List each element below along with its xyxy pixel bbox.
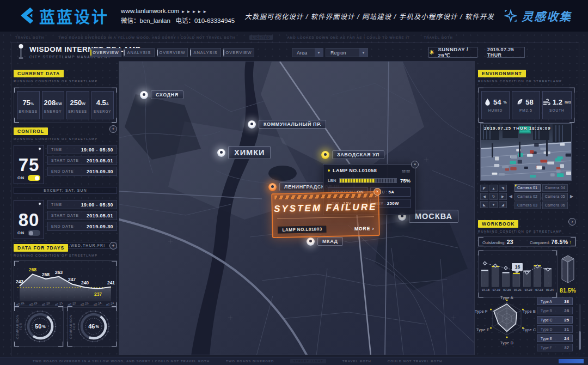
- env-card-wind: 1.2m/s SOUTH: [542, 91, 572, 119]
- type-row-d[interactable]: Type D31: [537, 325, 573, 333]
- region-select[interactable]: Region ▼: [326, 48, 368, 57]
- x-tick: 07.22: [525, 288, 532, 291]
- right-scrollbar[interactable]: [579, 304, 581, 350]
- wind-icon: [543, 99, 550, 106]
- more-button[interactable]: MORE ›: [354, 226, 375, 232]
- reset-view-button[interactable]: ↻: [489, 193, 498, 200]
- line-chart-svg: 243268258263247240237241: [14, 262, 117, 303]
- add-schedule-button[interactable]: +: [109, 125, 117, 133]
- map-pin-mkad[interactable]: МКАД: [307, 237, 343, 246]
- map-pin-skhodnya[interactable]: СХОДНЯ: [140, 90, 183, 99]
- tab-overview-2[interactable]: OVERVIEW: [157, 48, 188, 57]
- camera-06-button[interactable]: Camera 06: [542, 202, 568, 209]
- panel-current-data: CURRENT DATA RUNNING CONDITION OF STREET…: [14, 68, 117, 123]
- schedule-row-end[interactable]: END DATE 2019.09.30: [47, 167, 117, 176]
- close-icon[interactable]: ×: [411, 161, 419, 168]
- map-pin-kommunalny[interactable]: КОММУНАЛЬНЫЙ ПР.: [248, 120, 326, 129]
- divider: [277, 216, 374, 219]
- svg-text:268: 268: [29, 267, 36, 272]
- deco-text: TRAVEL BOTH: [342, 360, 371, 363]
- camera-03-button[interactable]: Camera 03: [514, 202, 541, 209]
- row-value: 2019.09.30: [87, 224, 113, 229]
- tab-analysis-1[interactable]: ANALYSIS: [124, 48, 155, 57]
- pan-down-button[interactable]: ▼: [489, 201, 498, 208]
- website-link[interactable]: www.lanlanwork.com: [121, 8, 179, 14]
- inspiration-collect[interactable]: 灵感收集: [504, 8, 572, 24]
- gauge-row: COMPARISON FOR 50% COMPARISON FOR 46%: [14, 306, 117, 347]
- lamp-pin-icon: [140, 91, 148, 99]
- system-failure-popup: × SYSTEM FAILURE LAMP NO.L01803 MORE ›: [271, 191, 380, 238]
- main-tabs: OVERVIEW ANALYSIS OVERVIEW ANALYSIS OVER…: [90, 48, 254, 57]
- bulb-icon: [39, 148, 41, 150]
- power-toggle[interactable]: [28, 175, 40, 181]
- area-select[interactable]: Area ▼: [292, 48, 323, 57]
- power-toggle[interactable]: [28, 230, 40, 236]
- schedule-row-start[interactable]: START DATE 2019.05.01: [47, 211, 117, 220]
- collect-label: 灵感收集: [522, 8, 572, 24]
- panel-workbook: WORKBOOK › RUNNING CONDITION OF STREETLA…: [478, 218, 576, 298]
- camera-02-button[interactable]: Camera 02: [514, 193, 541, 200]
- brightness-box[interactable]: 75 ON: [14, 145, 44, 184]
- type-row-c[interactable]: Type C25: [537, 316, 573, 324]
- stat-value: 208: [44, 99, 56, 107]
- tab-overview-3[interactable]: OVERVIEW: [223, 48, 254, 57]
- deco-text: TWO ROADS DIVERGED: [226, 360, 274, 363]
- cube-icon: [560, 253, 576, 285]
- workbook-next-button[interactable]: ›: [568, 218, 576, 226]
- camera-list-prev-icon[interactable]: ◀: [509, 194, 513, 199]
- pan-up-button[interactable]: ▲: [489, 185, 498, 192]
- chevron-down-icon: ▼: [359, 48, 367, 57]
- schedule-row-start[interactable]: START DATE 2019.05.01: [47, 156, 117, 165]
- sliders-icon[interactable]: ⚍⚍: [402, 168, 411, 173]
- stat-card-ampere: 4.5A ENERGY: [91, 91, 114, 119]
- schedule-row-end[interactable]: END DATE 2019.09.30: [47, 222, 117, 231]
- deco-row-top: TRAVEL BOTH TWO ROADS DIVERGED IN A YELL…: [15, 35, 573, 40]
- gauge-unit: %: [96, 325, 99, 328]
- services-text: 大数据可视化设计 / 软件界面设计 / 网站建设 / 手机及小程序设计 / 软件…: [243, 11, 495, 21]
- deco-chip: STREET LIGHT: [290, 359, 326, 363]
- type-row-b[interactable]: Type B28: [537, 307, 573, 314]
- x-tick: 07.19: [493, 288, 500, 291]
- radar-section: Type A Type B Type C Type D Type E Type …: [478, 292, 576, 358]
- map-pin-zavodskaya[interactable]: ЗАВОДСКАЯ УЛ: [321, 150, 384, 159]
- env-label: HUMID: [488, 108, 503, 112]
- stat-unit: A: [106, 102, 109, 106]
- panel-subtitle: RUNNING CONDITION OF STREETLAMP: [14, 254, 117, 257]
- pan-right-button[interactable]: ▶: [499, 193, 507, 200]
- schedule-row-time[interactable]: TIME 19:00 - 05:30: [47, 200, 117, 209]
- tab-analysis-2[interactable]: ANALYSIS: [190, 48, 221, 57]
- type-row-a[interactable]: Type A36: [537, 297, 573, 305]
- on-label: ON: [17, 230, 24, 235]
- row-value: 19:00 - 05:30: [81, 147, 113, 153]
- lbn-bar[interactable]: [339, 178, 397, 183]
- panel-subtitle: RUNNING CONDITION OF STREETLAMP: [14, 137, 117, 141]
- brand-logo[interactable]: 蓝蓝设计: [16, 4, 109, 27]
- schedule-row-time[interactable]: TIME 19:00 - 05:30: [47, 145, 117, 154]
- stat-card-energy-kw: 208KW ENERGY: [42, 91, 65, 119]
- map-pin-khimki[interactable]: ХИМКИ: [217, 146, 271, 159]
- brightness-box[interactable]: 80 ON: [14, 200, 44, 239]
- camera-list-next-icon[interactable]: ▶: [569, 194, 574, 199]
- camera-01-button[interactable]: Camera 01: [514, 184, 541, 192]
- pan-down-right-button[interactable]: ◢: [499, 201, 507, 208]
- type-row-e[interactable]: Type E24: [537, 334, 573, 342]
- pan-down-left-button[interactable]: ◣: [480, 201, 488, 208]
- env-unit: %: [504, 100, 507, 104]
- camera-04-button[interactable]: Camera 04: [542, 184, 568, 192]
- tab-overview-1[interactable]: OVERVIEW: [90, 48, 121, 57]
- type-row-f[interactable]: Type F37: [537, 344, 573, 351]
- pin-label: ЗАВОДСКАЯ УЛ: [332, 150, 384, 159]
- pan-up-left-button[interactable]: ◤: [480, 185, 488, 192]
- camera-feed[interactable]: 2019.07.25 THUR 18:26:09: [480, 123, 572, 181]
- city-map[interactable]: СХОДНЯ КОММУНАЛЬНЫЙ ПР. ХИМКИ ЗАВОДСКАЯ …: [119, 61, 475, 355]
- svg-text:243: 243: [16, 279, 23, 284]
- pan-up-right-button[interactable]: ◥: [499, 185, 507, 192]
- pin-label: МОСКВА: [409, 210, 458, 223]
- expand-chart-button[interactable]: +: [109, 242, 117, 250]
- row-label: END DATE: [51, 224, 74, 228]
- header-contact: www.lanlanwork.com ►►►►► 微信：ben_lanlan 电…: [121, 6, 235, 26]
- camera-05-button[interactable]: Camera 05: [542, 193, 568, 200]
- pan-left-button[interactable]: ◀: [480, 193, 488, 200]
- pin-label: ХИМКИ: [228, 146, 271, 159]
- svg-text:240: 240: [81, 280, 89, 285]
